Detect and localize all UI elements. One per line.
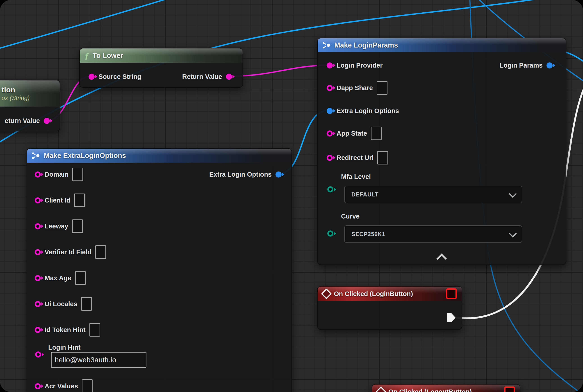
input-pin-client-id[interactable] [35,197,41,204]
pin-row-extra-login-options-in: Extra Login Options [327,105,399,117]
node-make-login-params-header[interactable]: Make LoginParams [318,38,566,52]
domain-textbox[interactable] [72,168,83,181]
blueprint-graph-canvas[interactable]: tion ox (String) eturn Value ƒ To Lower … [0,0,583,392]
node-on-clicked-logout-button[interactable]: On Clicked (LogoutButton) [372,384,520,392]
pin-label: eturn Value [5,117,40,124]
input-pin-extra-login-options[interactable] [327,108,333,114]
pin-row-acr-values: Acr Values [35,380,92,392]
event-diamond-icon [376,386,386,392]
login-hint-value: hello@web3auth.io [55,356,116,364]
verifier-id-field-textbox[interactable] [95,245,106,259]
input-pin-redirect-url[interactable] [327,155,333,161]
node-to-lower-header[interactable]: ƒ To Lower [80,48,242,63]
pin-label: Login Provider [336,62,383,69]
pin-row-leeway: Leeway [35,220,83,232]
pin-label: Id Token Hint [44,326,86,334]
node-title: On Clicked (LoginButton) [334,290,413,298]
exec-output-pin[interactable] [447,313,456,322]
output-pin-return-value[interactable] [44,118,50,124]
node-on-clicked-login-header[interactable]: On Clicked (LoginButton) [318,286,462,301]
node-on-clicked-logout-header[interactable]: On Clicked (LogoutButton) [372,384,520,392]
pin-row-ui-locales: Ui Locales [35,298,92,310]
input-pin-verifier-id-field[interactable] [35,249,41,255]
pin-row-return-value: Return Value [182,70,232,83]
output-pin-login-params[interactable] [546,62,552,68]
pin-row-id-token-hint: Id Token Hint [35,324,100,336]
pin-label-login-hint: Login Hint [48,344,80,351]
node-make-extra-header[interactable]: Make ExtraLoginOptions [27,149,292,163]
pin-row-dapp-share: Dapp Share [327,82,388,94]
input-pin-ui-locales[interactable] [35,301,41,307]
input-pin-login-provider[interactable] [327,62,333,68]
pin-label: Domain [44,171,68,178]
chevron-down-icon [509,229,517,237]
pin-row-max-age: Max Age [35,272,86,284]
chevron-down-icon [509,190,517,198]
pin-row-return-value-partial: eturn Value [5,115,50,127]
client-id-textbox[interactable] [74,194,85,207]
make-struct-icon [32,152,40,159]
redirect-url-textbox[interactable] [377,151,388,164]
pin-label: Acr Values [44,382,78,390]
node-title: To Lower [92,52,123,60]
mfa-level-label: Mfa Level [341,173,371,180]
pin-label: Login Params [500,62,543,69]
ui-locales-textbox[interactable] [81,297,92,311]
curve-dropdown[interactable]: SECP256K1 [344,225,522,243]
curve-label: Curve [341,213,360,220]
pin-label: App State [336,130,367,137]
dapp-share-textbox[interactable] [377,81,388,94]
input-pin-mfa-level[interactable] [327,186,334,192]
pin-row-domain: Domain [35,168,83,180]
id-token-hint-textbox[interactable] [90,323,100,336]
node-text-partial-header[interactable]: tion ox (String) [0,80,60,106]
event-diamond-icon [321,288,332,299]
node-subtitle: ox (String) [2,94,30,102]
node-on-clicked-login-button[interactable]: On Clicked (LoginButton) [317,286,462,330]
app-state-textbox[interactable] [371,126,382,140]
output-pin-extra-login-options[interactable] [276,172,282,178]
input-pin-max-age[interactable] [35,275,41,281]
pin-row-source-string: Source String [88,70,141,83]
node-make-extra-login-options[interactable]: Make ExtraLoginOptions Domain Extra Logi… [26,148,292,392]
input-pin-curve[interactable] [327,230,334,236]
input-pin-source-string[interactable] [88,74,94,80]
collapse-advanced-chevron[interactable] [436,254,447,264]
mfa-level-dropdown[interactable]: DEFAULT [344,186,522,203]
pin-label: Return Value [182,73,222,80]
node-title: tion [2,86,15,94]
pin-label: Ui Locales [44,300,77,308]
pin-label: Verifier Id Field [44,248,92,256]
pin-label: Extra Login Options [336,107,399,115]
input-pin-dapp-share[interactable] [327,85,333,91]
node-title: On Clicked (LogoutButton) [388,388,472,392]
make-struct-icon [322,42,331,49]
pin-label: Extra Login Options [209,171,272,178]
max-age-textbox[interactable] [75,271,86,285]
function-f-icon: ƒ [85,51,89,60]
pin-row-extra-login-options-out: Extra Login Options [209,168,282,180]
node-make-login-params[interactable]: Make LoginParams Login Provider Login Pa… [317,38,566,265]
input-pin-app-state[interactable] [327,130,333,136]
wire-blue-topleft[interactable] [0,0,178,50]
node-to-lower[interactable]: ƒ To Lower Source String Return Value [79,48,243,88]
input-pin-login-hint[interactable] [35,352,41,358]
input-pin-leeway[interactable] [35,223,41,229]
input-pin-acr-values[interactable] [35,383,41,389]
node-title: Make LoginParams [334,41,398,49]
login-hint-textbox[interactable]: hello@web3auth.io [51,352,146,368]
wire-magenta-tolower-to-provider[interactable] [228,65,328,76]
node-text-partial[interactable]: tion ox (String) eturn Value [0,80,60,131]
pin-row-login-provider: Login Provider [327,59,383,72]
output-pin-return-value[interactable] [226,74,232,80]
pin-row-verifier-id-field: Verifier Id Field [35,246,106,258]
input-pin-domain[interactable] [35,172,41,178]
input-pin-id-token-hint[interactable] [35,327,41,333]
pin-row-redirect-url: Redirect Url [327,152,388,164]
node-title: Make ExtraLoginOptions [44,152,126,160]
leeway-textbox[interactable] [72,220,83,233]
pin-row-client-id: Client Id [35,194,85,206]
pin-row-login-params-out: Login Params [500,59,552,72]
acr-values-textbox[interactable] [82,380,92,392]
mfa-level-value: DEFAULT [352,191,378,198]
